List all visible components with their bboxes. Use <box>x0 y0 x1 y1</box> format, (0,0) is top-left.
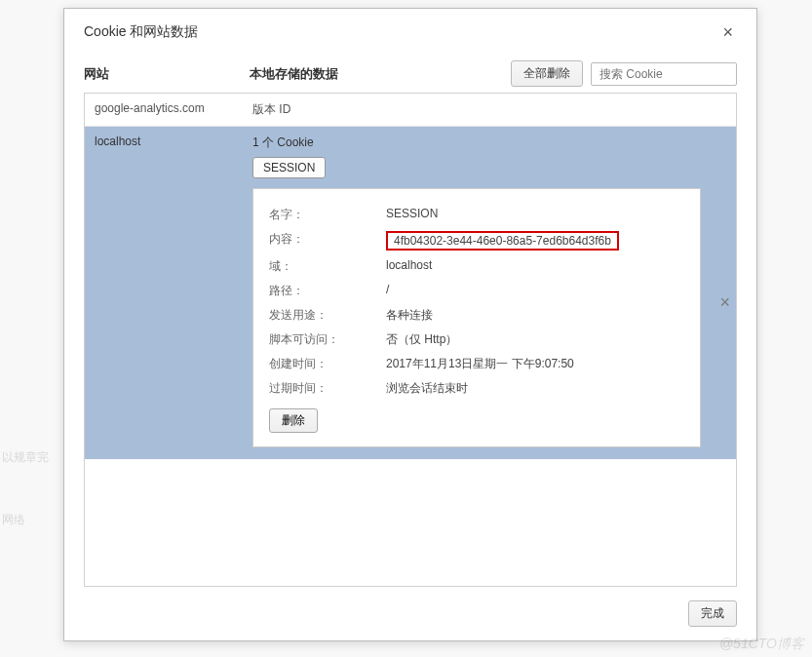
detail-label: 路径： <box>269 283 386 299</box>
detail-domain: 域： localhost <box>269 254 684 279</box>
detail-value: 2017年11月13日星期一 下午9:07:50 <box>386 356 684 372</box>
detail-value: SESSION <box>386 207 684 220</box>
detail-value: 浏览会话结束时 <box>386 380 684 397</box>
detail-send: 发送用途： 各种连接 <box>269 303 684 328</box>
cookie-detail-panel: 名字： SESSION 内容： 4fb04302-3e44-46e0-86a5-… <box>252 188 701 447</box>
detail-name: 名字： SESSION <box>269 203 684 227</box>
content-highlight: 4fb04302-3e44-46e0-86a5-7ed6b64d3f6b <box>386 231 619 251</box>
detail-value: localhost <box>386 258 684 272</box>
site-name: localhost <box>95 135 252 151</box>
detail-value: 否（仅 Http） <box>386 331 684 348</box>
detail-label: 发送用途： <box>269 307 386 324</box>
detail-label: 脚本可访问： <box>269 331 386 348</box>
dialog-footer: 完成 <box>64 587 756 640</box>
delete-row-icon[interactable]: × <box>719 293 730 311</box>
site-data-summary: 版本 ID <box>252 101 726 118</box>
background-text: 以规章完 <box>2 449 49 466</box>
delete-all-button[interactable]: 全部删除 <box>511 60 583 87</box>
site-list: google-analytics.com 版本 ID localhost 1 个… <box>84 93 737 587</box>
detail-value: 4fb04302-3e44-46e0-86a5-7ed6b64d3f6b <box>386 231 684 251</box>
dialog-header: Cookie 和网站数据 × <box>64 9 756 53</box>
dialog-title: Cookie 和网站数据 <box>84 23 198 41</box>
detail-value: / <box>386 283 684 296</box>
selected-site-row: localhost 1 个 Cookie SESSION 名字： SESSION… <box>85 127 736 459</box>
detail-script: 脚本可访问： 否（仅 Http） <box>269 328 684 352</box>
search-input[interactable] <box>591 62 737 86</box>
site-name: google-analytics.com <box>95 101 252 118</box>
column-site-header: 网站 <box>84 65 250 83</box>
site-row[interactable]: google-analytics.com 版本 ID <box>85 94 736 127</box>
detail-value: 各种连接 <box>386 307 684 324</box>
site-data-summary: 1 个 Cookie <box>252 135 314 151</box>
close-icon[interactable]: × <box>718 23 737 41</box>
toolbar: 网站 本地存储的数据 全部删除 <box>64 53 756 93</box>
done-button[interactable]: 完成 <box>688 600 737 627</box>
detail-label: 域： <box>269 258 386 275</box>
detail-content: 内容： 4fb04302-3e44-46e0-86a5-7ed6b64d3f6b <box>269 227 684 254</box>
watermark: @51CTO博客 <box>719 636 804 653</box>
detail-label: 名字： <box>269 207 386 223</box>
background-text: 网络 <box>2 512 25 528</box>
detail-label: 过期时间： <box>269 380 386 397</box>
detail-label: 内容： <box>269 231 386 248</box>
detail-expires: 过期时间： 浏览会话结束时 <box>269 376 684 401</box>
column-data-header: 本地存储的数据 <box>250 65 511 83</box>
cookie-chip[interactable]: SESSION <box>252 157 326 178</box>
detail-path: 路径： / <box>269 279 684 303</box>
cookie-dialog: Cookie 和网站数据 × 网站 本地存储的数据 全部删除 google-an… <box>63 8 757 641</box>
selected-site-header[interactable]: localhost 1 个 Cookie <box>95 135 726 151</box>
detail-label: 创建时间： <box>269 356 386 372</box>
delete-cookie-button[interactable]: 删除 <box>269 408 318 433</box>
detail-created: 创建时间： 2017年11月13日星期一 下午9:07:50 <box>269 352 684 376</box>
